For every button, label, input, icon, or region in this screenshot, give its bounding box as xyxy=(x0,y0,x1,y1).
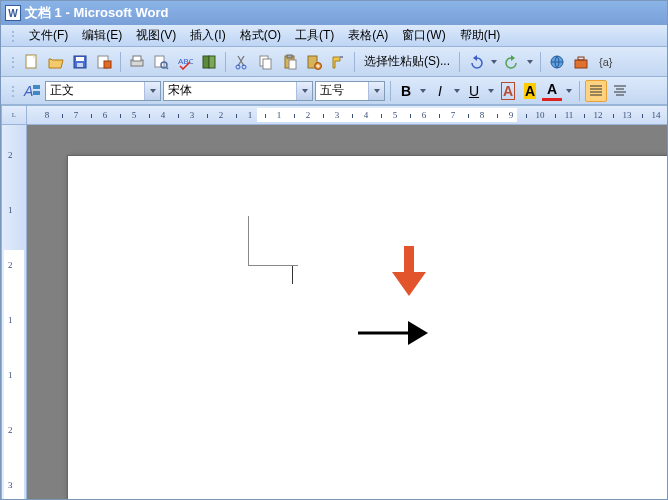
print-button[interactable] xyxy=(126,51,148,73)
italic-dropdown[interactable] xyxy=(452,80,462,102)
ruler-number: 10 xyxy=(536,110,545,120)
paste-button[interactable] xyxy=(279,51,301,73)
menu-grip[interactable]: ⋮ xyxy=(7,29,19,43)
paste-special-button[interactable]: 选择性粘贴(S)... xyxy=(360,51,454,72)
svg-rect-19 xyxy=(287,55,292,58)
ruler-number: 1 xyxy=(8,370,13,380)
align-center-button[interactable] xyxy=(609,80,631,102)
char-border-button[interactable]: A xyxy=(498,81,518,101)
menu-tools[interactable]: 工具(T) xyxy=(289,25,340,46)
field-shading-button[interactable]: {a} xyxy=(594,51,616,73)
ruler-number: 4 xyxy=(161,110,166,120)
new-doc-button[interactable] xyxy=(21,51,43,73)
permissions-button[interactable] xyxy=(93,51,115,73)
underline-button[interactable]: U xyxy=(464,81,484,101)
svg-line-10 xyxy=(166,67,168,69)
toolbox-button[interactable] xyxy=(570,51,592,73)
open-button[interactable] xyxy=(45,51,67,73)
vertical-ruler[interactable]: 21211234 xyxy=(1,125,27,499)
undo-button[interactable] xyxy=(465,51,487,73)
print-preview-button[interactable] xyxy=(150,51,172,73)
font-value: 宋体 xyxy=(168,82,192,99)
svg-rect-2 xyxy=(76,57,84,61)
style-combo[interactable]: 正文 xyxy=(45,81,161,101)
ruler-number: 12 xyxy=(594,110,603,120)
separator xyxy=(354,52,355,72)
toolbar-grip[interactable]: ⋮ xyxy=(7,84,19,98)
ruler-active-area xyxy=(4,250,24,499)
dropdown-arrow-icon[interactable] xyxy=(296,82,312,100)
ruler-number: 2 xyxy=(306,110,311,120)
ruler-number: 2 xyxy=(219,110,224,120)
clipboard-button[interactable] xyxy=(303,51,325,73)
bold-button[interactable]: B xyxy=(396,81,416,101)
char-shading-button[interactable]: A xyxy=(520,81,540,101)
ruler-number: 3 xyxy=(190,110,195,120)
svg-rect-3 xyxy=(77,63,83,67)
styles-pane-button[interactable]: A xyxy=(21,81,43,101)
font-combo[interactable]: 宋体 xyxy=(163,81,313,101)
redo-button[interactable] xyxy=(501,51,523,73)
ruler-number: 14 xyxy=(652,110,661,120)
hyperlink-button[interactable] xyxy=(546,51,568,73)
font-color-dropdown[interactable] xyxy=(564,80,574,102)
formatting-toolbar: ⋮ A 正文 宋体 五号 B I U A A A xyxy=(1,77,667,105)
format-painter-button[interactable] xyxy=(327,51,349,73)
app-icon: W xyxy=(5,5,21,21)
save-button[interactable] xyxy=(69,51,91,73)
undo-dropdown[interactable] xyxy=(489,51,499,73)
align-justify-button[interactable] xyxy=(585,80,607,102)
menu-help[interactable]: 帮助(H) xyxy=(454,25,507,46)
research-button[interactable] xyxy=(198,51,220,73)
ruler-number: 9 xyxy=(509,110,514,120)
window-title: 文档 1 - Microsoft Word xyxy=(25,4,168,22)
svg-rect-13 xyxy=(209,56,215,68)
copy-button[interactable] xyxy=(255,51,277,73)
underline-dropdown[interactable] xyxy=(486,80,496,102)
page[interactable] xyxy=(67,155,667,499)
size-value: 五号 xyxy=(320,82,344,99)
black-right-arrow-icon xyxy=(358,321,428,345)
menu-edit[interactable]: 编辑(E) xyxy=(76,25,128,46)
red-down-arrow-icon xyxy=(392,246,426,296)
menu-format[interactable]: 格式(O) xyxy=(234,25,287,46)
work-area: L 876543211234567891011121314 21211234 xyxy=(1,105,667,499)
ruler-number: 1 xyxy=(8,205,13,215)
dropdown-arrow-icon[interactable] xyxy=(144,82,160,100)
horizontal-ruler-row: L 876543211234567891011121314 xyxy=(1,105,667,125)
size-combo[interactable]: 五号 xyxy=(315,81,385,101)
ruler-corner[interactable]: L xyxy=(1,105,27,125)
ruler-number: 8 xyxy=(45,110,50,120)
ruler-number: 4 xyxy=(364,110,369,120)
separator xyxy=(390,81,391,101)
italic-button[interactable]: I xyxy=(430,81,450,101)
font-color-button[interactable]: A xyxy=(542,81,562,101)
menu-view[interactable]: 视图(V) xyxy=(130,25,182,46)
menu-table[interactable]: 表格(A) xyxy=(342,25,394,46)
margin-corner-mark xyxy=(248,216,298,266)
menu-file[interactable]: 文件(F) xyxy=(23,25,74,46)
svg-text:A: A xyxy=(23,83,33,99)
horizontal-ruler[interactable]: 876543211234567891011121314 xyxy=(27,105,667,125)
ruler-number: 6 xyxy=(103,110,108,120)
separator xyxy=(225,52,226,72)
bold-dropdown[interactable] xyxy=(418,80,428,102)
ruler-number: 7 xyxy=(74,110,79,120)
spellcheck-button[interactable]: ABC xyxy=(174,51,196,73)
dropdown-arrow-icon[interactable] xyxy=(368,82,384,100)
redo-dropdown[interactable] xyxy=(525,51,535,73)
menu-insert[interactable]: 插入(I) xyxy=(184,25,231,46)
cut-button[interactable] xyxy=(231,51,253,73)
ruler-number: 1 xyxy=(277,110,282,120)
menu-window[interactable]: 窗口(W) xyxy=(396,25,451,46)
ruler-number: 5 xyxy=(393,110,398,120)
svg-text:{a}: {a} xyxy=(599,56,613,68)
svg-rect-5 xyxy=(104,61,111,68)
document-area[interactable] xyxy=(27,125,667,499)
separator xyxy=(459,52,460,72)
svg-rect-30 xyxy=(33,91,40,95)
ruler-number: 5 xyxy=(132,110,137,120)
toolbar-grip[interactable]: ⋮ xyxy=(7,55,19,69)
ruler-number: 2 xyxy=(8,425,13,435)
title-bar[interactable]: W 文档 1 - Microsoft Word xyxy=(1,1,667,25)
